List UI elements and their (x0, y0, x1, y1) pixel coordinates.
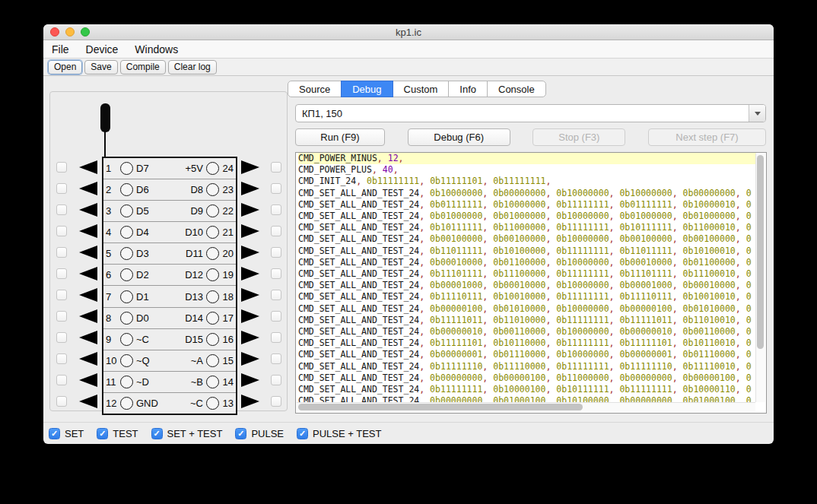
pin-circle[interactable] (120, 162, 133, 175)
action-button[interactable]: Debug (F6) (408, 128, 510, 146)
pin-circle[interactable] (120, 247, 133, 260)
arrow-left-icon (79, 309, 97, 323)
pin-circle[interactable] (206, 333, 219, 346)
toolbar-button[interactable]: Open (48, 60, 82, 74)
pin-circle[interactable] (120, 226, 133, 239)
action-button[interactable]: Stop (F3) (532, 128, 625, 146)
pin-checkbox[interactable] (271, 332, 281, 343)
pin-circle[interactable] (206, 354, 219, 367)
pin-number: 23 (219, 184, 234, 195)
menu-item[interactable]: Windows (135, 43, 178, 55)
pin-circle[interactable] (206, 290, 219, 303)
right-pin-checkbox-column (271, 162, 281, 407)
pin-circle[interactable] (120, 376, 133, 388)
pin-number: 20 (219, 248, 234, 259)
close-button[interactable] (50, 27, 59, 36)
pin-circle[interactable] (120, 354, 133, 367)
pin-circle[interactable] (206, 376, 219, 388)
pin-checkbox[interactable] (56, 268, 67, 279)
pin-checkbox[interactable] (56, 162, 67, 173)
pin-checkbox[interactable] (56, 183, 67, 194)
minimize-button[interactable] (65, 27, 75, 36)
pin-checkbox[interactable] (56, 311, 67, 322)
pin-checkbox[interactable] (271, 183, 281, 194)
action-button[interactable]: Next step (F7) (648, 128, 766, 146)
vertical-scrollbar[interactable] (755, 154, 765, 402)
debug-log-line: CMD_SET_ALL_AND_TEST_24, 0b00000100, 0b0… (298, 303, 756, 315)
pin-checkbox[interactable] (271, 396, 281, 407)
pin-checkbox[interactable] (56, 375, 67, 385)
checkbox-checked[interactable]: ✓ (49, 428, 60, 439)
checkbox-checked[interactable]: ✓ (151, 428, 163, 439)
tab[interactable]: Source (288, 81, 342, 97)
pin-checkbox[interactable] (271, 290, 281, 300)
toolbar-button[interactable]: Clear log (168, 60, 217, 74)
mode-checkbox-item[interactable]: ✓ TEST (97, 428, 138, 439)
checkmark-icon: ✓ (237, 429, 244, 439)
pin-checkbox[interactable] (56, 226, 67, 236)
vertical-scrollbar-thumb[interactable] (757, 155, 764, 349)
pin-number: 21 (219, 227, 234, 238)
tab[interactable]: Info (448, 81, 488, 97)
tab[interactable]: Console (487, 81, 546, 97)
title-bar[interactable]: kp1.ic (43, 24, 774, 40)
pin-checkbox[interactable] (271, 226, 281, 236)
pin-checkbox[interactable] (271, 268, 281, 279)
pin-number: 18 (219, 291, 234, 303)
mode-checkbox-item[interactable]: ✓ SET + TEST (151, 428, 223, 439)
checkbox-checked[interactable]: ✓ (297, 428, 308, 439)
checkbox-checked[interactable]: ✓ (235, 428, 246, 439)
tab[interactable]: Custom (393, 81, 450, 97)
action-button[interactable]: Run (F9) (295, 128, 385, 146)
mode-checkbox-item[interactable]: ✓ PULSE (235, 428, 284, 439)
checkmark-icon: ✓ (51, 429, 58, 439)
pin-circle[interactable] (120, 333, 133, 346)
pin-checkbox[interactable] (271, 247, 281, 258)
pin-circle[interactable] (206, 162, 219, 175)
pin-checkbox[interactable] (271, 162, 281, 173)
pin-checkbox[interactable] (56, 353, 67, 364)
mode-checkbox-item[interactable]: ✓ SET (49, 428, 84, 439)
pin-circle[interactable] (120, 290, 133, 303)
pin-checkbox[interactable] (271, 204, 281, 215)
pin-checkbox[interactable] (56, 396, 67, 407)
pin-circle[interactable] (206, 226, 219, 239)
pin-checkbox[interactable] (56, 290, 67, 300)
pin-label: D3 (136, 248, 149, 259)
menu-item[interactable]: Device (86, 43, 119, 55)
device-selector[interactable]: КП1, 150 (295, 104, 766, 122)
horizontal-scrollbar-thumb[interactable] (298, 404, 583, 410)
pin-checkbox[interactable] (56, 332, 67, 343)
checkbox-label: PULSE (251, 428, 284, 439)
pin-circle[interactable] (206, 397, 219, 410)
pin-circle[interactable] (206, 312, 219, 325)
pin-circle[interactable] (120, 312, 133, 325)
pin-number: 8 (106, 312, 120, 324)
pin-checkbox[interactable] (271, 353, 281, 364)
tab[interactable]: Debug (341, 81, 393, 97)
menu-item[interactable]: File (52, 43, 69, 55)
pin-circle[interactable] (206, 183, 219, 196)
pin-circle[interactable] (206, 268, 219, 281)
pin-checkbox[interactable] (56, 204, 67, 215)
pin-circle[interactable] (120, 397, 133, 410)
checkbox-checked[interactable]: ✓ (97, 428, 108, 439)
pin-circle[interactable] (120, 183, 133, 196)
pin-number: 5 (106, 248, 120, 259)
pin-circle[interactable] (120, 204, 133, 217)
toolbar-button[interactable]: Save (84, 60, 117, 74)
zoom-button[interactable] (81, 27, 90, 36)
debug-log-panel[interactable]: CMD_POWER_MINUS, 12, CMD_POWER_PLUS, 40,… (295, 152, 767, 414)
dropdown-button[interactable] (749, 105, 765, 122)
pin-circle[interactable] (206, 247, 219, 260)
pin-checkbox[interactable] (271, 311, 281, 322)
pin-circle[interactable] (206, 204, 219, 217)
pin-checkbox[interactable] (56, 247, 67, 258)
pin-circle[interactable] (120, 268, 133, 281)
mode-checkbox-item[interactable]: ✓ PULSE + TEST (297, 428, 381, 439)
toolbar-button[interactable]: Compile (120, 60, 166, 74)
ic-chip-diagram: 1 D7 +5V 24 2 D6 D8 23 3 D5 D9 22 4 D4 D… (102, 157, 237, 415)
pin-number: 15 (219, 355, 234, 366)
horizontal-scrollbar[interactable] (297, 402, 755, 412)
pin-checkbox[interactable] (271, 375, 281, 385)
